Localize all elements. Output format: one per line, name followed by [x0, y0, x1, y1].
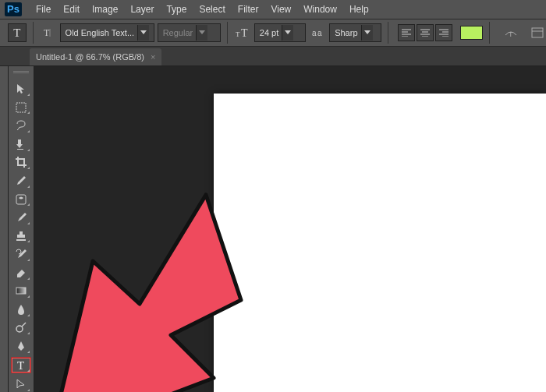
separator	[388, 22, 388, 44]
separator	[33, 22, 34, 44]
font-style-dropdown[interactable]: Regular	[158, 23, 221, 42]
font-size-dropdown[interactable]: 24 pt	[254, 23, 307, 42]
pen-tool[interactable]	[12, 338, 30, 354]
svg-rect-27	[17, 149, 23, 150]
font-style-value: Regular	[163, 28, 193, 37]
eraser-tool[interactable]	[12, 265, 30, 281]
chevron-down-icon	[196, 25, 207, 41]
menu-bar: Ps File Edit Image Layer Type Select Fil…	[0, 0, 546, 19]
svg-rect-29	[16, 288, 26, 294]
text-align-group	[398, 24, 452, 41]
panel-grip[interactable]	[13, 71, 29, 75]
main-area: T	[0, 66, 546, 392]
chevron-down-icon	[137, 25, 149, 41]
text-color-swatch[interactable]	[460, 26, 484, 40]
svg-text:a: a	[312, 29, 317, 37]
document-canvas[interactable]	[214, 94, 546, 392]
eyedropper-tool[interactable]	[12, 173, 30, 189]
anti-alias-value: Sharp	[335, 28, 357, 37]
svg-point-30	[16, 326, 23, 332]
svg-text:T: T	[509, 30, 513, 38]
svg-text:T: T	[44, 27, 50, 38]
chevron-down-icon	[361, 25, 373, 41]
chevron-down-icon	[282, 25, 293, 41]
font-size-icon: TT	[234, 24, 251, 41]
lasso-tool[interactable]	[12, 118, 30, 133]
healing-brush-tool[interactable]	[12, 192, 30, 207]
svg-rect-23	[532, 28, 543, 37]
menu-select[interactable]: Select	[193, 0, 231, 19]
text-orientation-button[interactable]: T	[40, 24, 57, 41]
align-right-button[interactable]	[435, 24, 452, 41]
options-bar: T T Old English Text... Regular TT 24 pt	[0, 19, 546, 47]
separator	[227, 22, 228, 44]
close-icon[interactable]: ×	[151, 52, 155, 62]
menu-layer[interactable]: Layer	[124, 0, 160, 19]
toolbox: T	[9, 66, 34, 392]
anti-alias-icon: aa	[309, 24, 326, 41]
move-tool[interactable]	[12, 81, 30, 97]
canvas-area	[34, 66, 546, 392]
type-tool-letter: T	[13, 26, 20, 40]
anti-alias-dropdown[interactable]: Sharp	[329, 23, 381, 42]
quick-select-tool[interactable]	[12, 136, 30, 152]
menu-view[interactable]: View	[264, 0, 297, 19]
crop-tool[interactable]	[12, 155, 30, 171]
dock-strip	[0, 66, 9, 392]
stamp-tool[interactable]	[12, 228, 30, 244]
menu-edit[interactable]: Edit	[57, 0, 86, 19]
svg-marker-25	[17, 84, 24, 94]
svg-marker-2	[140, 30, 147, 34]
font-family-dropdown[interactable]: Old English Text...	[60, 23, 154, 42]
menu-type[interactable]: Type	[160, 0, 193, 19]
font-family-value: Old English Text...	[66, 28, 134, 37]
align-center-button[interactable]	[417, 24, 434, 41]
marquee-tool[interactable]	[12, 100, 30, 115]
photoshop-window: Ps File Edit Image Layer Type Select Fil…	[0, 0, 546, 392]
svg-text:T: T	[241, 27, 248, 39]
svg-marker-6	[285, 30, 291, 34]
tool-preset-button[interactable]: T	[8, 23, 27, 42]
app-logo: Ps	[5, 2, 22, 16]
svg-rect-26	[16, 103, 26, 112]
warp-text-button[interactable]: T	[502, 24, 519, 41]
brush-tool[interactable]	[12, 210, 30, 225]
svg-marker-9	[364, 30, 370, 34]
svg-line-31	[22, 323, 26, 327]
font-size-value: 24 pt	[260, 28, 278, 37]
svg-marker-33	[17, 380, 24, 388]
svg-text:T: T	[17, 359, 24, 372]
svg-text:a: a	[317, 29, 322, 37]
menu-filter[interactable]: Filter	[232, 0, 265, 19]
path-select-tool[interactable]	[12, 376, 30, 392]
history-brush-tool[interactable]	[12, 246, 30, 262]
document-tab[interactable]: Untitled-1 @ 66.7% (RGB/8) ×	[30, 48, 161, 65]
document-tab-title: Untitled-1 @ 66.7% (RGB/8)	[36, 52, 144, 62]
document-tab-bar: Untitled-1 @ 66.7% (RGB/8) ×	[0, 47, 546, 66]
align-left-button[interactable]	[398, 24, 415, 41]
menu-image[interactable]: Image	[86, 0, 124, 19]
svg-text:T: T	[236, 30, 240, 38]
menu-help[interactable]: Help	[343, 0, 375, 19]
svg-rect-28	[16, 195, 26, 204]
character-panel-button[interactable]	[529, 24, 546, 41]
type-tool[interactable]: T	[11, 357, 31, 374]
dodge-tool[interactable]	[12, 320, 30, 336]
svg-marker-3	[199, 30, 205, 34]
menu-window[interactable]: Window	[297, 0, 343, 19]
separator	[489, 22, 490, 44]
blur-tool[interactable]	[12, 302, 30, 317]
gradient-tool[interactable]	[12, 284, 30, 299]
menu-file[interactable]: File	[30, 0, 57, 19]
